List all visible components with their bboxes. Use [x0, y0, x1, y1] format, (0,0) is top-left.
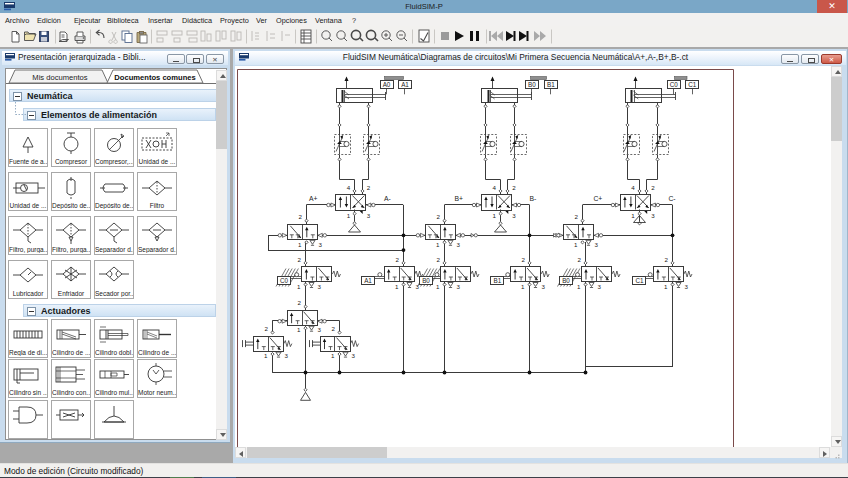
svg-text:2: 2 — [332, 325, 336, 332]
svg-text:C0: C0 — [280, 277, 289, 284]
svg-text:1: 1 — [298, 241, 302, 248]
svg-text:3: 3 — [512, 212, 516, 219]
svg-text:B0: B0 — [528, 81, 536, 88]
svg-text:3: 3 — [318, 326, 322, 333]
svg-text:3: 3 — [651, 212, 655, 219]
svg-text:1: 1 — [331, 352, 335, 359]
svg-text:2: 2 — [298, 299, 302, 306]
svg-text:Mis documentos: Mis documentos — [32, 73, 87, 82]
svg-text:C-: C- — [668, 195, 675, 202]
svg-text:B0: B0 — [422, 277, 430, 284]
svg-text:1: 1 — [347, 212, 351, 219]
svg-text:2: 2 — [396, 256, 400, 263]
svg-text:C+: C+ — [593, 195, 602, 202]
svg-text:B-: B- — [530, 195, 537, 202]
svg-text:3: 3 — [352, 352, 356, 359]
svg-text:2: 2 — [651, 184, 655, 191]
svg-text:3: 3 — [285, 352, 289, 359]
svg-text:C1: C1 — [688, 81, 697, 88]
svg-text:2: 2 — [265, 325, 269, 332]
svg-text:C0: C0 — [670, 81, 679, 88]
svg-text:2: 2 — [575, 213, 579, 220]
svg-text:Documentos comunes: Documentos comunes — [114, 73, 195, 82]
svg-text:A+: A+ — [309, 195, 318, 202]
svg-text:3: 3 — [595, 241, 599, 248]
svg-text:3: 3 — [457, 241, 461, 248]
svg-text:2: 2 — [665, 256, 669, 263]
svg-text:2: 2 — [437, 256, 441, 263]
svg-text:1: 1 — [664, 283, 668, 290]
svg-text:1: 1 — [436, 283, 440, 290]
svg-text:2: 2 — [512, 184, 516, 191]
svg-text:2: 2 — [437, 213, 441, 220]
svg-text:1: 1 — [436, 241, 440, 248]
svg-text:C1: C1 — [635, 277, 644, 284]
svg-text:1: 1 — [492, 212, 496, 219]
svg-text:1: 1 — [521, 283, 525, 290]
svg-text:3: 3 — [319, 241, 323, 248]
svg-text:1: 1 — [574, 241, 578, 248]
svg-text:1: 1 — [297, 283, 301, 290]
svg-text:4: 4 — [631, 184, 635, 191]
svg-text:3: 3 — [685, 283, 689, 290]
svg-text:2: 2 — [578, 256, 582, 263]
svg-text:B1: B1 — [547, 81, 555, 88]
svg-text:A1: A1 — [364, 277, 372, 284]
svg-text:A-: A- — [384, 195, 391, 202]
svg-text:4: 4 — [347, 184, 351, 191]
svg-text:B+: B+ — [455, 195, 464, 202]
svg-text:3: 3 — [598, 283, 602, 290]
svg-text:1: 1 — [264, 352, 268, 359]
svg-text:1: 1 — [577, 283, 581, 290]
svg-text:4: 4 — [492, 184, 496, 191]
svg-text:3: 3 — [457, 283, 461, 290]
svg-text:2: 2 — [367, 184, 371, 191]
svg-text:B0: B0 — [562, 277, 570, 284]
svg-text:2: 2 — [298, 256, 302, 263]
svg-text:2: 2 — [299, 213, 303, 220]
svg-text:3: 3 — [542, 283, 546, 290]
svg-text:1: 1 — [297, 326, 301, 333]
svg-text:2: 2 — [522, 256, 526, 263]
svg-text:1: 1 — [631, 212, 635, 219]
svg-text:A1: A1 — [401, 81, 409, 88]
svg-text:3: 3 — [367, 212, 371, 219]
svg-text:A0: A0 — [383, 81, 391, 88]
svg-text:3: 3 — [318, 283, 322, 290]
svg-text:1: 1 — [395, 283, 399, 290]
svg-text:B1: B1 — [494, 277, 502, 284]
